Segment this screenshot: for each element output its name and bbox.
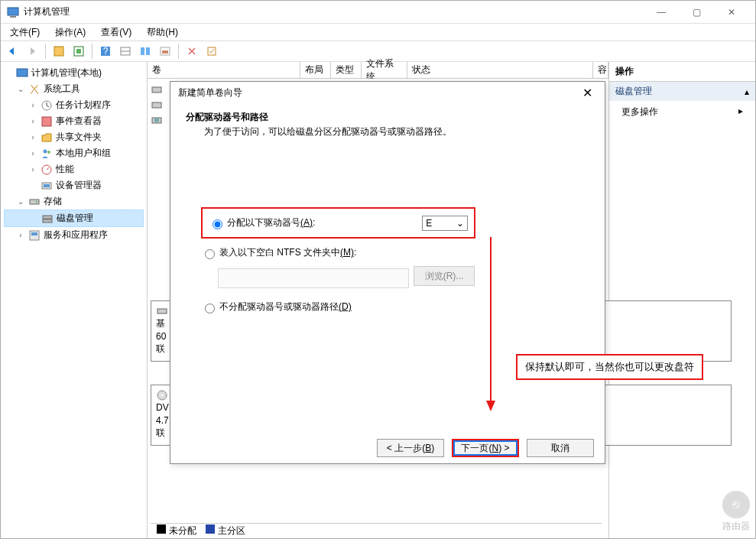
- annotation-box: 保持默认即可，当然你也可以更改盘符: [516, 354, 703, 380]
- svg-rect-27: [31, 232, 37, 235]
- svg-point-17: [44, 149, 47, 153]
- svg-rect-16: [42, 117, 51, 126]
- actions-disk-mgmt[interactable]: 磁盘管理▴: [609, 82, 755, 101]
- next-button-wizard[interactable]: 下一页(N) >: [452, 439, 519, 457]
- app-icon: [7, 6, 19, 18]
- menu-action[interactable]: 操作(A): [52, 24, 89, 41]
- menubar: 文件(F) 操作(A) 查看(V) 帮助(H): [1, 24, 755, 41]
- toolbar-icon-3[interactable]: [117, 43, 134, 60]
- volume-list-header: 卷 布局 类型 文件系统 状态 容: [148, 62, 608, 79]
- radio-mount-folder[interactable]: [205, 249, 215, 259]
- watermark: ⎋ 路由器: [722, 491, 750, 533]
- browse-button: 浏览(R)...: [414, 266, 475, 286]
- svg-rect-24: [43, 216, 52, 219]
- drive-letter-select[interactable]: E ⌄: [422, 216, 468, 231]
- volume-icon: [151, 99, 163, 111]
- close-button[interactable]: ✕: [714, 1, 749, 24]
- tree-system-tools[interactable]: ⌄系统工具: [4, 81, 144, 97]
- tree-shared-folders[interactable]: ›共享文件夹: [4, 129, 144, 145]
- window-title: 计算机管理: [24, 5, 644, 18]
- col-fs[interactable]: 文件系统: [362, 62, 407, 78]
- col-volume[interactable]: 卷: [148, 62, 300, 78]
- tree-device-manager[interactable]: 设备管理器: [4, 177, 144, 193]
- col-status[interactable]: 状态: [407, 62, 593, 78]
- svg-rect-0: [8, 8, 18, 15]
- menu-view[interactable]: 查看(V): [98, 24, 135, 41]
- new-volume-wizard: 新建简单卷向导 ✕ 分配驱动器号和路径 为了便于访问，可以给磁盘分区分配驱动器号…: [170, 81, 605, 464]
- svg-rect-1: [10, 16, 16, 18]
- tree-performance[interactable]: ›性能: [4, 161, 144, 177]
- toolbar-icon-4[interactable]: [137, 43, 154, 60]
- maximize-button[interactable]: ▢: [679, 1, 714, 24]
- tree-storage[interactable]: ⌄存储: [4, 193, 144, 209]
- assign-drive-highlight: 分配以下驱动器号(A): E ⌄: [201, 207, 475, 239]
- svg-rect-29: [152, 102, 161, 108]
- wizard-subheading: 为了便于访问，可以给磁盘分区分配驱动器号或驱动器路径。: [186, 125, 589, 138]
- tree-local-users[interactable]: ›本地用户和组: [4, 145, 144, 161]
- actions-header: 操作: [609, 62, 755, 82]
- toolbar-icon-2[interactable]: [70, 43, 87, 60]
- option-assign-letter[interactable]: 分配以下驱动器号(A):: [209, 216, 315, 229]
- radio-assign-letter[interactable]: [213, 219, 222, 229]
- wizard-header: 分配驱动器号和路径 为了便于访问，可以给磁盘分区分配驱动器号或驱动器路径。: [170, 103, 605, 146]
- tree-disk-management[interactable]: 磁盘管理: [4, 209, 144, 227]
- menu-file[interactable]: 文件(F): [7, 24, 43, 41]
- wizard-footer: < 上一步(B) 下一页(N) > 取消: [170, 433, 605, 463]
- watermark-icon: ⎋: [722, 491, 750, 518]
- wizard-close-button[interactable]: ✕: [578, 86, 597, 100]
- option-no-letter[interactable]: 不分配驱动器号或驱动器路径(D): [201, 300, 574, 313]
- wizard-heading: 分配驱动器号和路径: [186, 111, 589, 125]
- volume-icon: [151, 83, 163, 96]
- svg-rect-22: [30, 200, 39, 204]
- minimize-button[interactable]: —: [644, 1, 679, 24]
- actions-more[interactable]: 更多操作▸: [609, 101, 755, 123]
- navigation-tree[interactable]: 计算机管理(本地) ⌄系统工具 ›任务计划程序 ›事件查看器 ›共享文件夹 ›本…: [1, 62, 148, 538]
- wizard-title-text: 新建简单卷向导: [178, 86, 242, 99]
- cancel-button-wizard[interactable]: 取消: [527, 439, 594, 457]
- col-layout[interactable]: 布局: [300, 62, 331, 78]
- svg-point-23: [36, 201, 37, 203]
- toolbar-icon-6[interactable]: [183, 43, 200, 60]
- svg-point-31: [154, 118, 159, 122]
- toolbar-icon-7[interactable]: [203, 43, 220, 60]
- svg-rect-21: [44, 184, 50, 187]
- svg-rect-28: [152, 87, 161, 93]
- toolbar-icon-5[interactable]: [157, 43, 174, 60]
- radio-no-letter[interactable]: [205, 304, 215, 313]
- svg-point-18: [47, 151, 50, 154]
- menu-help[interactable]: 帮助(H): [144, 24, 181, 41]
- svg-rect-12: [162, 50, 168, 54]
- toolbar-icon-1[interactable]: [50, 43, 67, 60]
- svg-rect-2: [54, 47, 63, 56]
- tree-task-scheduler[interactable]: ›任务计划程序: [4, 97, 144, 113]
- tree-services[interactable]: ›服务和应用程序: [4, 227, 144, 243]
- back-button-wizard[interactable]: < 上一步(B): [377, 439, 444, 457]
- svg-rect-4: [76, 49, 81, 54]
- back-button[interactable]: [4, 43, 21, 60]
- tree-event-viewer[interactable]: ›事件查看器: [4, 113, 144, 129]
- svg-rect-14: [17, 69, 28, 76]
- tree-root[interactable]: 计算机管理(本地): [4, 65, 144, 81]
- help-icon[interactable]: ?: [97, 43, 114, 60]
- svg-rect-32: [157, 309, 167, 313]
- wizard-titlebar: 新建简单卷向导 ✕: [170, 82, 605, 103]
- volume-icon: [151, 114, 163, 126]
- svg-rect-10: [146, 47, 150, 55]
- legend: 未分配 主分区: [151, 523, 602, 538]
- option-mount-folder[interactable]: 装入以下空白 NTFS 文件夹中(M):: [201, 246, 574, 259]
- mount-path-input: [218, 268, 409, 288]
- svg-point-34: [161, 394, 164, 396]
- forward-button[interactable]: [24, 43, 41, 60]
- chevron-down-icon: ⌄: [456, 218, 464, 229]
- titlebar: 计算机管理 — ▢ ✕: [1, 1, 755, 24]
- svg-text:?: ?: [103, 46, 109, 57]
- svg-rect-9: [141, 47, 144, 55]
- col-type[interactable]: 类型: [331, 62, 362, 78]
- col-capacity[interactable]: 容: [593, 62, 608, 78]
- wizard-body: 分配以下驱动器号(A): E ⌄ 装入以下空白 NTFS 文件夹中(M): 浏览…: [170, 146, 605, 433]
- svg-rect-25: [43, 219, 52, 222]
